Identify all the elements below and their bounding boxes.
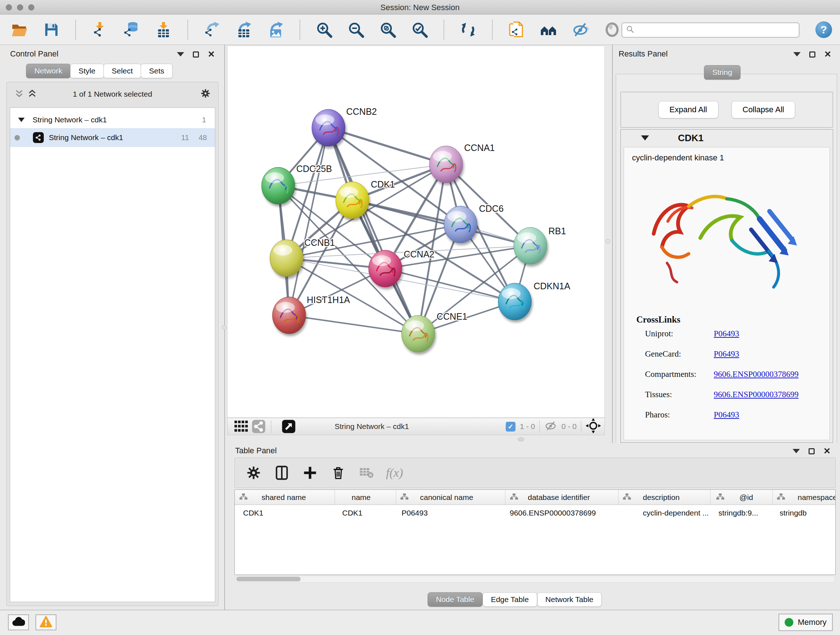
- network-node-cdkn1a[interactable]: [498, 283, 531, 320]
- tab-sets[interactable]: Sets: [141, 64, 172, 78]
- export-image-icon[interactable]: [267, 21, 284, 38]
- node-card-title: CDK1: [678, 133, 704, 144]
- manual-layout-crosshair-icon[interactable]: [586, 418, 601, 435]
- column-header-database-identifier[interactable]: database identifier: [505, 490, 619, 505]
- crosslink-link[interactable]: P06493: [714, 410, 739, 420]
- string-share-icon[interactable]: [250, 418, 267, 435]
- warning-status-button[interactable]: [35, 614, 57, 630]
- network-row-selected[interactable]: String Network – cdk1 11 48: [10, 128, 215, 147]
- toolbar-separator: [444, 20, 444, 40]
- cell-value: 9606.ENSP00000378699: [510, 509, 596, 517]
- zoom-fit-icon[interactable]: [379, 21, 396, 38]
- grid-view-icon[interactable]: [233, 418, 250, 435]
- network-label: String Network – cdk1: [49, 133, 123, 142]
- import-table-icon[interactable]: [155, 21, 172, 38]
- titlebar: Session: New Session: [0, 0, 840, 14]
- network-node-cdc25b[interactable]: [262, 167, 295, 204]
- import-network-file-icon[interactable]: [91, 21, 109, 38]
- hidden-eye-slash-icon[interactable]: [544, 419, 557, 434]
- search-input[interactable]: [638, 26, 799, 35]
- network-node-ccnb1[interactable]: [270, 240, 303, 277]
- column-header--id[interactable]: @id: [711, 490, 773, 505]
- save-session-icon[interactable]: [43, 21, 60, 38]
- cloud-status-button[interactable]: [8, 614, 29, 630]
- results-panel-maximize-icon[interactable]: [809, 51, 815, 57]
- network-node-cdc6[interactable]: [444, 206, 477, 243]
- show-hidden-icon[interactable]: [603, 21, 621, 38]
- scrollbar-thumb[interactable]: [236, 577, 301, 581]
- table-panel-float-icon[interactable]: [793, 449, 800, 453]
- tab-network[interactable]: Network: [26, 64, 71, 78]
- network-node-rb1[interactable]: [514, 227, 547, 264]
- table-panel-close-icon[interactable]: ✕: [823, 447, 831, 455]
- select-columns-icon[interactable]: [273, 464, 291, 481]
- control-panel-close-icon[interactable]: ✕: [208, 50, 215, 59]
- export-network-icon[interactable]: [203, 21, 221, 38]
- help-button[interactable]: ?: [815, 21, 832, 38]
- column-header-description[interactable]: description: [619, 490, 711, 505]
- table-options-gear-icon[interactable]: [245, 464, 262, 481]
- memory-button[interactable]: Memory: [778, 614, 833, 631]
- tab-edge-table[interactable]: Edge Table: [483, 592, 537, 607]
- tab-network-table[interactable]: Network Table: [537, 592, 602, 607]
- add-column-icon[interactable]: [302, 464, 319, 481]
- network-from-selection-icon[interactable]: [508, 21, 525, 38]
- network-collection-row[interactable]: String Network – cdk1 1: [10, 111, 215, 128]
- crosslink-row: Compartments:9606.ENSP00000378699: [624, 370, 829, 384]
- show-all-nodes-icon[interactable]: [540, 21, 557, 38]
- crosslink-link[interactable]: 9606.ENSP00000378699: [714, 390, 799, 399]
- network-canvas[interactable]: CCNB2CCNA1CDC25BCDK1CDC6RB1CCNB1CCNA2CDK…: [227, 46, 605, 418]
- collection-expander-icon[interactable]: [18, 118, 25, 122]
- column-header-canonical-name[interactable]: canonical name: [396, 490, 505, 505]
- results-panel-close-icon[interactable]: ✕: [824, 50, 831, 59]
- network-node-ccna1[interactable]: [429, 146, 463, 183]
- tab-string[interactable]: String: [704, 65, 741, 80]
- network-view-title: String Network – cdk1: [335, 422, 409, 431]
- node-card-collapse-icon[interactable]: [641, 135, 649, 141]
- node-label-ccnb2: CCNB2: [346, 106, 377, 117]
- right-splitter-handle[interactable]: [606, 239, 610, 244]
- table-horizontal-scrollbar[interactable]: [234, 576, 836, 583]
- open-in-new-window-icon[interactable]: [280, 418, 297, 435]
- crosslink-row: Uniprot:P06493: [624, 329, 829, 344]
- crosslink-link[interactable]: P06493: [714, 349, 739, 359]
- expand-all-button[interactable]: Expand All: [658, 101, 718, 119]
- export-table-icon[interactable]: [235, 21, 253, 38]
- network-node-hist1h1a[interactable]: [272, 297, 306, 334]
- refresh-icon[interactable]: [459, 21, 477, 38]
- crosslink-link[interactable]: 9606.ENSP00000378699: [714, 370, 799, 379]
- network-node-ccne1[interactable]: [401, 315, 435, 352]
- search-field[interactable]: [622, 22, 799, 38]
- tab-select[interactable]: Select: [103, 64, 141, 78]
- zoom-out-icon[interactable]: [347, 21, 365, 38]
- delete-column-icon[interactable]: [330, 464, 347, 481]
- hide-selected-icon[interactable]: [572, 21, 589, 38]
- zoom-in-icon[interactable]: [316, 21, 333, 38]
- column-header-namespace[interactable]: namespace: [773, 490, 836, 505]
- crosslink-link[interactable]: P06493: [714, 329, 739, 339]
- left-splitter-handle[interactable]: [222, 325, 226, 330]
- import-network-database-icon[interactable]: [123, 21, 141, 38]
- control-panel-maximize-icon[interactable]: [193, 51, 199, 57]
- crosslink-label: Compartments:: [645, 370, 696, 379]
- column-header-shared-name[interactable]: shared name: [235, 490, 335, 505]
- delete-table-icon[interactable]: [358, 464, 375, 481]
- function-builder-button[interactable]: f(x): [386, 466, 403, 480]
- cell-value: CDK1: [342, 509, 363, 517]
- network-node-ccnb2[interactable]: [312, 109, 345, 146]
- network-node-cdk1[interactable]: [336, 182, 369, 219]
- control-panel-float-icon[interactable]: [177, 52, 184, 57]
- tab-node-table[interactable]: Node Table: [428, 592, 483, 607]
- column-header-name[interactable]: name: [335, 490, 396, 505]
- open-session-icon[interactable]: [11, 21, 28, 38]
- results-panel-float-icon[interactable]: [793, 52, 801, 57]
- collapse-all-button[interactable]: Collapse All: [731, 101, 796, 119]
- network-node-ccna2[interactable]: [369, 250, 402, 287]
- table-row[interactable]: CDK1CDK1P064939606.ENSP00000378699cyclin…: [235, 505, 835, 522]
- network-options-gear-icon[interactable]: [200, 88, 211, 100]
- horizontal-splitter-handle[interactable]: [518, 437, 524, 441]
- selected-nodes-checkbox-icon[interactable]: ✓: [506, 422, 515, 432]
- zoom-selected-icon[interactable]: [411, 21, 428, 38]
- table-panel-maximize-icon[interactable]: [808, 448, 815, 454]
- tab-style[interactable]: Style: [70, 64, 104, 78]
